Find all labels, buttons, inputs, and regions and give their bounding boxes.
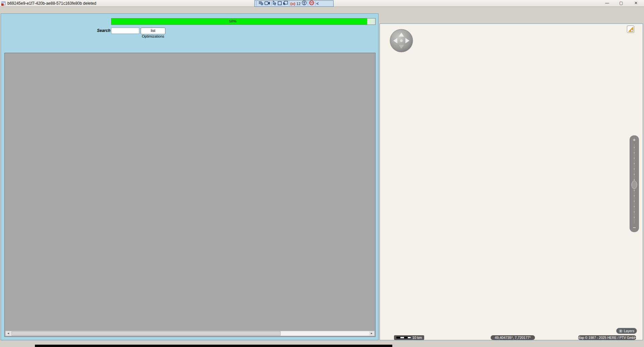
scroll-left-arrow-icon[interactable]: ◄: [6, 331, 11, 336]
overview-map-toggle-icon[interactable]: [627, 26, 634, 33]
toolbar-grip-icon[interactable]: [256, 1, 257, 6]
layers-button[interactable]: ▾ Layers: [616, 328, 637, 334]
list-settings-icon[interactable]: [258, 1, 263, 7]
breakpoint-icon: {o}: [290, 2, 295, 6]
collapse-chevron-icon[interactable]: <: [316, 1, 319, 6]
maximize-button[interactable]: ▢: [615, 0, 628, 6]
cursor-coordinates: 49,404735°, 7,720177°: [491, 335, 535, 340]
zoom-slider-thumb[interactable]: [632, 181, 637, 189]
window-title: b69245e9-e1f7-420b-ae88-571c163fe80b del…: [7, 1, 96, 6]
map-viewport[interactable]: + − 10 km 49,404735°, 7,720177° Map: [380, 24, 643, 340]
layers-icon: ▾: [619, 329, 623, 333]
optimization-progress-bar: 58%: [111, 18, 376, 25]
map-attribution: Map © 1987 - 2025 HERE / PTV GmbH: [578, 335, 636, 340]
app-icon: [1, 1, 6, 7]
camera-icon[interactable]: [264, 1, 270, 7]
no-entry-icon[interactable]: [309, 0, 314, 7]
accessibility-icon[interactable]: [302, 0, 307, 7]
scrollbar-thumb[interactable]: [11, 331, 281, 336]
search-input[interactable]: [111, 28, 139, 34]
list-optimizations-button[interactable]: list Optimizations: [141, 28, 165, 34]
map-panel: + − 10 km 49,404735°, 7,720177° Map: [379, 13, 644, 340]
search-label: Search: [97, 28, 110, 33]
layers-label: Layers: [624, 329, 635, 333]
scale-segments: [396, 337, 411, 339]
map-pan-control[interactable]: [389, 29, 413, 54]
zoom-out-icon: −: [633, 225, 636, 230]
scroll-right-arrow-icon[interactable]: ►: [369, 331, 374, 336]
menu-tab-strip: [0, 7, 644, 13]
map-zoom-slider[interactable]: + −: [630, 135, 639, 233]
breakpoint-count: 12: [296, 2, 300, 6]
debug-toolbar: {o} 12 <: [254, 0, 334, 7]
close-button[interactable]: ✕: [630, 0, 642, 6]
horizontal-scrollbar[interactable]: ◄ ►: [5, 331, 375, 336]
routes-grid: ◄ ►: [4, 53, 376, 337]
map-scale: 10 km: [394, 335, 424, 340]
minimize-button[interactable]: —: [601, 0, 613, 6]
window-bottom-edge: [35, 345, 392, 347]
optiflow-panel: 58% Search list Optimizations ◄ ►: [1, 13, 379, 340]
window-titlebar: b69245e9-e1f7-420b-ae88-571c163fe80b del…: [0, 0, 644, 7]
map-canvas[interactable]: [380, 24, 643, 340]
pointer-frame-icon[interactable]: [283, 1, 288, 7]
zoom-in-icon: +: [633, 137, 636, 142]
pointer-icon[interactable]: [273, 1, 277, 7]
application-window: b69245e9-e1f7-420b-ae88-571c163fe80b del…: [0, 0, 644, 347]
scale-label: 10 km: [412, 336, 422, 340]
select-frame-icon[interactable]: [278, 1, 282, 7]
progress-label: 58%: [111, 19, 354, 23]
